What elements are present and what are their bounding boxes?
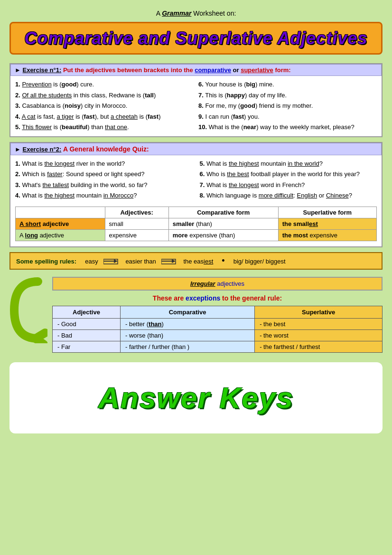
exercise2-header: ► Exercise n°2: A General knowledge Quiz… bbox=[10, 143, 382, 155]
irregular-section: Irregular adjectives These are exception… bbox=[9, 277, 383, 353]
grammar-word: Grammar bbox=[162, 9, 191, 17]
ex1-item-2: 2. Of all the students in this class, Re… bbox=[15, 91, 194, 100]
ex1-item-5: 5. This flower is (beautiful) than that … bbox=[15, 122, 194, 132]
ex1-item-8: 8. For me, my (good) friend is my mother… bbox=[198, 101, 377, 111]
adjectives-table: Adjectives: Comparative form Superlative… bbox=[15, 207, 377, 241]
irreg-adj-bad: - Bad bbox=[53, 329, 121, 341]
exceptions-word: exceptions bbox=[186, 294, 220, 302]
ex2-item-8: 8. Which language is more difficult: Eng… bbox=[200, 191, 377, 200]
irregular-table: Adjective Comparative Superlative - Good… bbox=[52, 306, 383, 353]
ex2-label: Exercise n°2: bbox=[22, 146, 61, 153]
ex2-item-3: 3. What's the tallest building in the wo… bbox=[15, 180, 193, 190]
irreg-header-super: Superlative bbox=[255, 306, 383, 318]
ex2-left: 1. What is the longest river in the worl… bbox=[15, 159, 193, 202]
svg-line-8 bbox=[36, 339, 44, 343]
table-cell-smallest: the smallest bbox=[278, 218, 376, 229]
irreg-row-far: - Far - farther / further (than ) - the … bbox=[53, 341, 383, 352]
ex2-item-5: 5. What is the highest mountain in the w… bbox=[200, 159, 377, 169]
ex2-item-7: 7. What is the longest word in French? bbox=[200, 180, 377, 190]
table-cell-small: small bbox=[105, 218, 168, 229]
ex1-item-3: 3. Casablanca is (noisy) city in Morocco… bbox=[15, 101, 194, 111]
svg-marker-1 bbox=[114, 259, 118, 263]
irreg-comp-good: - better (than) bbox=[120, 318, 254, 329]
ex2-columns: 1. What is the longest river in the worl… bbox=[15, 159, 377, 202]
arrow2-icon bbox=[161, 258, 178, 265]
ex1-label: Exercise n°1: bbox=[22, 66, 61, 74]
table-cell-smaller: smaller (than) bbox=[168, 218, 278, 229]
ex2-item-6: 6. Who is the best football player in th… bbox=[200, 169, 377, 179]
ex2-item-4: 4. What is the highest mountain in Moroc… bbox=[15, 191, 193, 200]
exception-text: These are exceptions to the general rule… bbox=[52, 294, 383, 302]
irreg-adj-good: - Good bbox=[53, 318, 121, 329]
exercise2-box: ► Exercise n°2: A General knowledge Quiz… bbox=[9, 142, 383, 247]
irregular-title-box: Irregular adjectives bbox=[52, 277, 383, 291]
spelling-rules-box: Some spelling rules: easy easier than th… bbox=[9, 252, 383, 270]
svg-rect-3 bbox=[161, 261, 172, 262]
irregular-content: Irregular adjectives These are exception… bbox=[52, 277, 383, 353]
irreg-header-comp: Comparative bbox=[120, 306, 254, 318]
table-row-long: A long adjective expensive more expensiv… bbox=[16, 229, 377, 241]
header-title: A Grammar Worksheet on: bbox=[9, 9, 383, 17]
ex1-comparative: comparative bbox=[195, 66, 231, 74]
table-header-comparative: Comparative form bbox=[168, 207, 278, 218]
answer-keys-text: Answer Keys bbox=[98, 381, 293, 414]
spelling-big: big/ bigger/ biggest bbox=[233, 258, 286, 265]
irreg-row-good: - Good - better (than) - the best bbox=[53, 318, 383, 329]
spelling-easy: easy bbox=[85, 258, 98, 265]
table-header-superlative: Superlative form bbox=[278, 207, 376, 218]
irreg-super-bad: - the worst bbox=[255, 329, 383, 341]
ex1-superlative: superlative bbox=[241, 66, 273, 74]
irregular-word: Irregular bbox=[190, 280, 215, 287]
ex1-item-6: 6. Your house is (big) mine. bbox=[198, 80, 377, 89]
irreg-adj-far: - Far bbox=[53, 341, 121, 352]
table-cell-most-expensive: the most expensive bbox=[278, 229, 376, 241]
irregular-adj-word: adjectives bbox=[217, 280, 244, 287]
spelling-easier: easier than bbox=[125, 258, 156, 265]
table-cell-expensive: expensive bbox=[105, 229, 168, 241]
spelling-easiest: the easiest bbox=[183, 258, 213, 265]
table-cell-short-type: A short adjective bbox=[16, 218, 105, 229]
ex2-item-1: 1. What is the longest river in the worl… bbox=[15, 159, 193, 169]
ex1-item-9: 9. I can run (fast) you. bbox=[198, 112, 377, 122]
irreg-super-far: - the farthest / furthest bbox=[255, 341, 383, 352]
ex1-item-10: 10. What is the (near) way to the weekly… bbox=[198, 122, 377, 132]
exercise1-header: ► Exercise n°1: Put the adjectives betwe… bbox=[10, 64, 382, 76]
svg-rect-0 bbox=[103, 261, 114, 262]
ex2-title: A General knowledge Quiz: bbox=[63, 145, 149, 153]
ex1-item-7: 7. This is (happy) day of my life. bbox=[198, 91, 377, 100]
page-container: A Grammar Worksheet on: Comparative and … bbox=[9, 9, 383, 433]
irreg-comp-bad: - worse (than) bbox=[120, 329, 254, 341]
ex2-item-2: 2. Which is faster: Sound speed or light… bbox=[15, 169, 193, 179]
ex1-left-col: 1. Prevention is (good) cure. 2. Of all … bbox=[15, 80, 194, 133]
arrow1-icon bbox=[103, 258, 121, 265]
answer-keys-section: Answer Keys bbox=[9, 362, 383, 433]
ex1-right-col: 6. Your house is (big) mine. 7. This is … bbox=[198, 80, 377, 133]
main-title-text: Comparative and Superlative Adjectives bbox=[18, 28, 374, 48]
ex1-instruction: Put the adjectives between brackets into… bbox=[63, 66, 195, 74]
irreg-comp-far: - farther / further (than ) bbox=[120, 341, 254, 352]
ex2-right: 5. What is the highest mountain in the w… bbox=[200, 159, 377, 202]
ex1-item-1: 1. Prevention is (good) cure. bbox=[15, 80, 194, 89]
svg-marker-4 bbox=[172, 259, 176, 263]
table-row-short: A short adjective small smaller (than) t… bbox=[16, 218, 377, 229]
spelling-label: Some spelling rules: bbox=[16, 258, 76, 265]
main-title-banner: Comparative and Superlative Adjectives bbox=[9, 22, 383, 55]
exercise1-box: ► Exercise n°1: Put the adjectives betwe… bbox=[9, 63, 383, 137]
ex1-columns: 1. Prevention is (good) cure. 2. Of all … bbox=[15, 80, 377, 133]
curved-arrow-icon bbox=[9, 277, 47, 343]
irreg-header-adj: Adjective bbox=[53, 306, 121, 318]
ex1-item-4: 4. A cat is fast, a tiger is (fast), but… bbox=[15, 112, 194, 122]
ex1-or: or bbox=[233, 66, 241, 74]
ex1-form: form: bbox=[275, 66, 290, 74]
table-header-adjectives: Adjectives: bbox=[105, 207, 168, 218]
irreg-row-bad: - Bad - worse (than) - the worst bbox=[53, 329, 383, 341]
table-cell-more-expensive: more expensive (than) bbox=[168, 229, 278, 241]
irreg-super-good: - the best bbox=[255, 318, 383, 329]
curved-arrow-container bbox=[9, 277, 47, 345]
table-header-blank bbox=[16, 207, 105, 218]
table-cell-long-type: A long adjective bbox=[16, 229, 105, 241]
